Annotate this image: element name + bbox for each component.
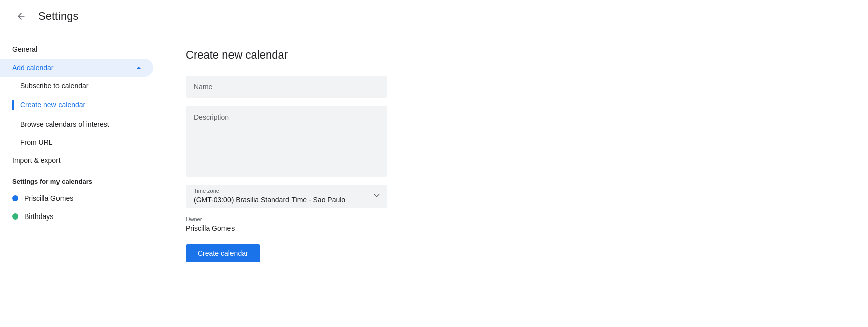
sidebar-item-subscribe[interactable]: Subscribe to calendar: [0, 77, 153, 95]
description-input[interactable]: [186, 106, 387, 177]
create-calendar-title: Create new calendar: [186, 48, 844, 62]
header: Settings: [0, 0, 868, 32]
description-field-group: [186, 106, 844, 177]
calendar-item-birthdays[interactable]: Birthdays: [0, 207, 153, 226]
main-content: Create new calendar Time zone (GMT-03:00…: [161, 32, 868, 327]
sidebar-item-from-url[interactable]: From URL: [0, 133, 153, 151]
timezone-field-group: Time zone (GMT-03:00) Brasilia Standard …: [186, 185, 844, 208]
sidebar-item-create-calendar[interactable]: Create new calendar: [0, 95, 153, 115]
sidebar-item-import-export[interactable]: Import & export: [0, 151, 153, 170]
create-calendar-button[interactable]: Create calendar: [186, 244, 260, 262]
sidebar-sub-items: Subscribe to calendar Create new calenda…: [0, 77, 161, 151]
name-input[interactable]: [186, 76, 387, 98]
back-button[interactable]: [12, 7, 30, 25]
page-title: Settings: [38, 10, 79, 23]
birthdays-dot: [12, 213, 18, 220]
sidebar-item-browse[interactable]: Browse calendars of interest: [0, 115, 153, 133]
sidebar: General Add calendar Subscribe to calend…: [0, 32, 161, 327]
calendar-item-priscilla[interactable]: Priscilla Gomes: [0, 189, 153, 207]
name-field-group: [186, 76, 844, 98]
chevron-up-icon: [136, 67, 141, 69]
timezone-select[interactable]: (GMT-03:00) Brasilia Standard Time - Sao…: [186, 185, 387, 208]
sidebar-item-general[interactable]: General: [0, 40, 153, 59]
sidebar-item-add-calendar[interactable]: Add calendar: [0, 59, 153, 77]
timezone-select-wrapper: Time zone (GMT-03:00) Brasilia Standard …: [186, 185, 387, 208]
priscilla-dot: [12, 195, 18, 201]
owner-value: Priscilla Gomes: [186, 224, 844, 232]
owner-section: Owner Priscilla Gomes: [186, 216, 844, 232]
settings-for-my-calendars-title: Settings for my calendars: [0, 170, 161, 189]
layout: General Add calendar Subscribe to calend…: [0, 32, 868, 327]
owner-label: Owner: [186, 216, 844, 222]
